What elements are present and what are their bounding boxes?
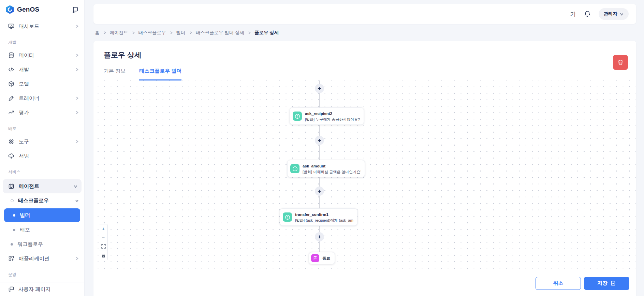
application-grid-icon: [8, 255, 14, 262]
top-bar: 가 관리자: [93, 4, 636, 24]
add-node-button[interactable]: +: [315, 84, 324, 93]
tab-basic-info[interactable]: 기본 정보: [104, 68, 126, 80]
chevron-right-icon: [75, 54, 79, 57]
sidebar-item-data[interactable]: 데이터: [0, 48, 84, 62]
utterance-node-icon: [293, 112, 302, 121]
save-label: 저장: [597, 280, 608, 286]
main-area: 가 관리자 홈 에이전트 태스크플로우 빌더 태스크플로우 빌더 상세 플로우 …: [85, 0, 644, 296]
utterance-node-icon: [283, 212, 292, 222]
chevron-right-icon: [75, 25, 79, 28]
flow-node-ask-recipient2[interactable]: ask_recipient2 [발화] 누구에게 송금하시겠어요?: [290, 107, 364, 125]
chevron-right-icon: [75, 68, 79, 71]
sidebar-item-label: 에이전트: [19, 183, 69, 190]
end-flag-icon: [311, 254, 319, 262]
tab-taskflow-builder[interactable]: 태스크플로우 빌더: [139, 68, 181, 80]
dot-bullet-icon: [13, 214, 15, 217]
sidebar-item-serving[interactable]: 서빙: [0, 149, 84, 163]
add-node-button[interactable]: +: [315, 187, 324, 196]
sidebar-item-label: 도구: [19, 138, 71, 145]
sidebar-section-dev: 개발: [0, 33, 84, 48]
flow-node-ask-amount[interactable]: ask_amount [발화] 이체하실 금액은 얼마인가요?: [287, 160, 365, 177]
sidebar-section-ops: 운영: [0, 266, 84, 280]
ring-bullet-icon: [11, 199, 14, 202]
sidebar-item-tools[interactable]: 도구: [0, 134, 84, 149]
dot-bullet-icon: [13, 229, 15, 231]
sidebar-item-label: 평가: [19, 109, 71, 116]
fit-view-button[interactable]: [99, 242, 107, 251]
chevron-right-icon: [75, 140, 79, 143]
utterance-node-icon: [290, 164, 299, 173]
breadcrumb-item[interactable]: 에이전트: [110, 30, 128, 36]
sidebar-item-application[interactable]: 애플리케이션: [0, 251, 84, 266]
cancel-button[interactable]: 취소: [536, 277, 581, 290]
breadcrumb: 홈 에이전트 태스크플로우 빌더 태스크플로우 빌더 상세 플로우 상세: [93, 24, 636, 36]
sidebar-item-trainer[interactable]: 트레이너: [0, 91, 84, 105]
code-icon: [8, 66, 14, 73]
sidebar: GenOS 대시보드 개발 데이터 개발 모델: [0, 0, 85, 296]
flow-canvas[interactable]: + ask_recipient2 [발화] 누구에게 송금하시겠어요? +: [93, 80, 636, 270]
save-button[interactable]: 저장: [584, 277, 629, 290]
app-root: GenOS 대시보드 개발 데이터 개발 모델: [0, 0, 644, 296]
cloud-icon: [8, 153, 14, 159]
breadcrumb-current: 플로우 상세: [254, 30, 279, 36]
sidebar-item-label: 데이터: [19, 52, 71, 59]
lock-button[interactable]: [99, 251, 107, 260]
sidebar-item-evaluation[interactable]: 평가: [0, 105, 84, 120]
sidebar-item-dashboard[interactable]: 대시보드: [0, 19, 84, 33]
trash-icon: [617, 59, 624, 66]
logo-row: GenOS: [0, 0, 84, 19]
sidebar-item-label: 워크플로우: [17, 241, 79, 248]
node-description: [발화] 누구에게 송금하시겠어요?: [305, 117, 360, 122]
chevron-right-icon: [103, 31, 106, 34]
add-node-button[interactable]: +: [315, 136, 324, 145]
lock-icon: [101, 253, 106, 258]
chevron-right-icon: [75, 111, 79, 114]
zoom-out-button[interactable]: −: [99, 233, 107, 242]
agent-icon: [8, 183, 14, 189]
sidebar-item-taskflow[interactable]: 태스크플로우: [0, 193, 84, 208]
page-title: 플로우 상세: [93, 41, 636, 60]
sidebar-item-label: 빌더: [20, 212, 75, 219]
sidebar-section-deploy: 배포: [0, 120, 84, 134]
sidebar-item-agent[interactable]: 에이전트: [3, 179, 82, 193]
chevron-right-icon: [170, 31, 173, 34]
node-description: [발화] {ask_recipient}에게 {ask_amount}를: [295, 218, 353, 223]
save-document-check-icon: [610, 280, 616, 286]
sidebar-collapse-icon[interactable]: [72, 6, 79, 13]
tabs-row: 기본 정보 태스크플로우 빌더: [93, 60, 636, 80]
sidebar-item-label: 태스크플로우: [18, 197, 71, 204]
sidebar-item-develop[interactable]: 개발: [0, 62, 84, 77]
delete-flow-button[interactable]: [613, 55, 628, 70]
sidebar-item-model[interactable]: 모델: [0, 77, 84, 91]
node-description: [발화] 이체하실 금액은 얼마인가요?: [303, 169, 361, 175]
breadcrumb-item[interactable]: 홈: [95, 30, 100, 36]
sidebar-item-label: 트레이너: [19, 95, 71, 102]
sidebar-item-label: 애플리케이션: [19, 255, 71, 262]
breadcrumb-item[interactable]: 태스크플로우 빌더 상세: [196, 30, 245, 36]
breadcrumb-item[interactable]: 빌더: [176, 30, 186, 36]
trend-chart-icon: [8, 109, 14, 116]
sidebar-item-deploy-sub[interactable]: 배포: [0, 223, 84, 237]
font-size-button[interactable]: 가: [570, 10, 576, 18]
database-icon: [8, 52, 14, 58]
sidebar-item-workflow[interactable]: 워크플로우: [0, 237, 84, 251]
sidebar-item-label: 개발: [19, 66, 71, 73]
chevron-right-icon: [75, 257, 79, 260]
breadcrumb-item[interactable]: 태스크플로우: [138, 30, 166, 36]
sidebar-item-user-page[interactable]: 사용자 페이지: [0, 282, 84, 296]
genos-logo-icon: [5, 5, 14, 14]
node-name: ask_amount: [303, 164, 325, 168]
node-name: 종료: [322, 256, 330, 261]
flow-detail-card: 플로우 상세 기본 정보 태스크플로우 빌더 + ask_recipient2: [93, 41, 636, 296]
zoom-in-button[interactable]: +: [99, 224, 107, 233]
sidebar-item-label: 모델: [19, 81, 79, 87]
flow-node-end[interactable]: 종료: [309, 252, 335, 264]
brand-name: GenOS: [17, 6, 39, 13]
profile-menu-button[interactable]: 관리자: [599, 8, 629, 20]
canvas-controls: + −: [99, 224, 108, 260]
notification-bell-icon[interactable]: [584, 10, 591, 18]
flow-node-transfer-confirm1[interactable]: transfer_confirm1 [발화] {ask_recipient}에게…: [280, 208, 357, 226]
add-node-button[interactable]: +: [315, 232, 324, 241]
footer-actions: 취소 저장: [93, 270, 636, 296]
sidebar-item-builder[interactable]: 빌더: [4, 208, 80, 222]
